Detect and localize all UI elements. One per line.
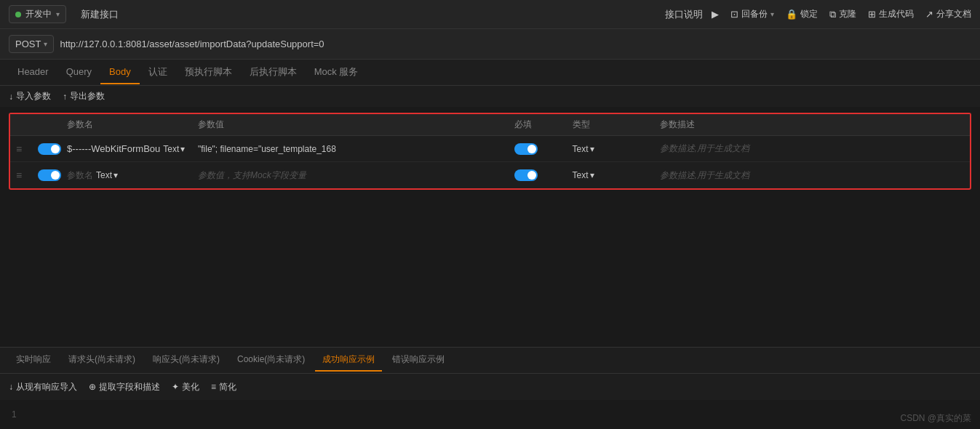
tab-pre-script[interactable]: 预执行脚本: [176, 60, 241, 86]
tab-error-example[interactable]: 错误响应示例: [385, 349, 452, 372]
interface-doc-button[interactable]: 接口说明: [665, 8, 703, 21]
import-params-link[interactable]: ↓ 导入参数: [9, 90, 51, 103]
share-label: 分享文档: [936, 8, 971, 20]
tab-post-script[interactable]: 后执行脚本: [241, 60, 306, 86]
row1-param-name[interactable]: $------WebKitFormBou: [67, 143, 160, 154]
response-tabs: 实时响应 请求头(尚未请求) 响应头(尚未请求) Cookie(尚未请求) 成功…: [0, 348, 980, 374]
simplify-label: 简化: [219, 381, 236, 393]
clone-icon: ⧉: [829, 9, 836, 20]
desc-cell-1: 参数描述,用于生成文档: [654, 140, 971, 158]
row1-name-type-chevron-icon: ▾: [180, 144, 185, 154]
tab-req-header[interactable]: 请求头(尚未请求): [61, 349, 143, 372]
row1-param-value[interactable]: "file"; filename="user_template_168: [198, 144, 336, 154]
tab-body[interactable]: Body: [100, 60, 140, 84]
row2-name-type-select[interactable]: Text ▾: [96, 170, 118, 180]
env-selector[interactable]: 开发中 ▾: [9, 5, 66, 23]
tab-success-example[interactable]: 成功响应示例: [315, 349, 382, 372]
row1-enabled-toggle[interactable]: [38, 143, 61, 155]
backup-label: 回备份: [741, 8, 768, 20]
row2-param-name[interactable]: 参数名: [67, 169, 93, 182]
table-row: ≡ 参数名 Text ▾ 参数值，支持Mock字段变量 Text ▾ 参数描述,…: [10, 162, 970, 188]
export-params-icon: ↑: [63, 92, 67, 102]
table-header: 参数名 参数值 必填 类型 参数描述: [10, 114, 970, 136]
env-label: 开发中: [25, 8, 52, 20]
toggle-cell-1: [32, 140, 61, 158]
row1-description[interactable]: 参数描述,用于生成文档: [660, 143, 749, 155]
drag-cell-1: ≡: [10, 140, 32, 158]
row2-type-select[interactable]: Text ▾: [573, 170, 594, 180]
required-cell-1: [509, 140, 567, 158]
import-params-icon: ↓: [9, 92, 13, 102]
row1-type-select[interactable]: Text ▾: [573, 144, 594, 154]
backup-icon: ⊡: [730, 9, 738, 20]
share-icon: ↗: [925, 9, 933, 20]
env-status-dot: [15, 12, 21, 17]
params-table: 参数名 参数值 必填 类型 参数描述 ≡ $------WebKitFormBo…: [9, 113, 971, 190]
row2-required-toggle[interactable]: [514, 169, 538, 181]
url-bar: POST ▾: [0, 29, 980, 60]
row2-description[interactable]: 参数描述,用于生成文档: [660, 169, 749, 182]
response-content-area: 1: [0, 400, 980, 429]
extract-fields-link[interactable]: ⊕ 提取字段和描述: [89, 381, 160, 393]
simplify-icon: ≡: [211, 382, 216, 392]
tab-realtime[interactable]: 实时响应: [9, 349, 58, 372]
row2-type-value: Text: [573, 170, 589, 180]
top-bar: 开发中 ▾ 新建接口 接口说明 ▶ ⊡ 回备份 ▾ 🔒 锁定 ⧉ 克隆 ⊞ 生成…: [0, 0, 980, 29]
line-number: 1: [12, 409, 17, 420]
generate-code-button[interactable]: ⊞ 生成代码: [868, 8, 914, 20]
share-doc-button[interactable]: ↗ 分享文档: [925, 8, 971, 20]
beautify-label: 美化: [182, 381, 199, 393]
tab-header[interactable]: Header: [9, 60, 57, 84]
bottom-panel: 实时响应 请求头(尚未请求) 响应头(尚未请求) Cookie(尚未请求) 成功…: [0, 347, 980, 429]
generate-label: 生成代码: [879, 8, 914, 20]
toggle-cell-2: [32, 167, 61, 184]
th-required: 必填: [509, 119, 567, 131]
th-param-name: 参数名: [61, 119, 192, 131]
tab-query[interactable]: Query: [57, 60, 100, 84]
backup-button[interactable]: ⊡ 回备份 ▾: [730, 8, 774, 20]
row1-name-type-value: Text: [163, 144, 179, 154]
drag-handle-icon[interactable]: ≡: [16, 169, 22, 181]
required-cell-2: [509, 167, 567, 184]
row1-type-chevron-icon: ▾: [590, 144, 594, 154]
table-row: ≡ $------WebKitFormBou Text ▾ "file"; fi…: [10, 136, 970, 162]
type-cell-2: Text ▾: [567, 167, 654, 183]
tab-auth[interactable]: 认证: [140, 60, 176, 86]
tab-cookie[interactable]: Cookie(尚未请求): [230, 349, 312, 372]
row2-enabled-toggle[interactable]: [38, 169, 61, 181]
row1-name-type-select[interactable]: Text ▾: [163, 144, 185, 154]
watermark: CSDN @真实的菜: [900, 412, 971, 425]
param-value-cell-1: "file"; filename="user_template_168: [192, 141, 509, 157]
tab-resp-header[interactable]: 响应头(尚未请求): [146, 349, 227, 372]
drag-cell-2: ≡: [10, 167, 32, 184]
row2-param-value[interactable]: 参数值，支持Mock字段变量: [198, 169, 306, 182]
method-selector[interactable]: POST ▾: [9, 35, 54, 53]
clone-label: 克隆: [839, 8, 856, 20]
desc-cell-2: 参数描述,用于生成文档: [654, 167, 971, 185]
run-button[interactable]: ▶: [712, 9, 719, 20]
tab-mock[interactable]: Mock 服务: [306, 60, 367, 86]
lock-button[interactable]: 🔒 锁定: [786, 8, 818, 20]
simplify-link[interactable]: ≡ 简化: [211, 381, 236, 393]
new-interface-button[interactable]: 新建接口: [75, 5, 124, 24]
th-drag: [10, 119, 32, 131]
clone-button[interactable]: ⧉ 克隆: [829, 8, 856, 20]
row1-required-toggle[interactable]: [514, 143, 538, 155]
export-params-label: 导出参数: [70, 90, 105, 103]
row2-type-chevron-icon: ▾: [590, 170, 594, 180]
import-params-label: 导入参数: [16, 90, 51, 103]
lock-label: 锁定: [800, 8, 818, 20]
import-from-response-link[interactable]: ↓ 从现有响应导入: [9, 381, 77, 393]
drag-handle-icon[interactable]: ≡: [16, 143, 22, 155]
url-input[interactable]: [60, 39, 971, 49]
lock-icon: 🔒: [786, 9, 797, 20]
response-actions: ↓ 从现有响应导入 ⊕ 提取字段和描述 ✦ 美化 ≡ 简化: [0, 374, 980, 400]
run-icon: ▶: [712, 9, 719, 20]
import-response-icon: ↓: [9, 382, 13, 392]
export-params-link[interactable]: ↑ 导出参数: [63, 90, 105, 103]
generate-icon: ⊞: [868, 9, 876, 20]
th-param-value: 参数值: [192, 119, 509, 131]
request-tabs: Header Query Body 认证 预执行脚本 后执行脚本 Mock 服务: [0, 60, 980, 86]
param-value-cell-2: 参数值，支持Mock字段变量: [192, 167, 509, 185]
beautify-link[interactable]: ✦ 美化: [172, 381, 199, 393]
